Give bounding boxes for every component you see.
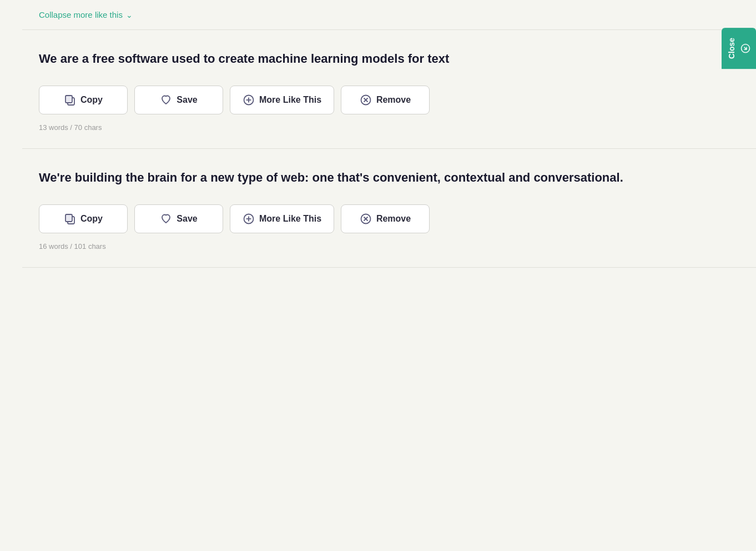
- copy-button-1[interactable]: Copy: [39, 86, 128, 114]
- heart-icon: [160, 94, 172, 106]
- more-like-this-label-1: More Like This: [259, 95, 321, 105]
- remove-label-2: Remove: [376, 214, 411, 224]
- close-tab-label: Close: [727, 38, 736, 59]
- plus-circle-icon-2: [243, 213, 255, 225]
- result-card-1: We are a free software used to create ma…: [22, 30, 756, 149]
- result-text-2: We're building the brain for a new type …: [39, 169, 677, 187]
- copy-icon-2: [64, 213, 76, 225]
- svg-rect-1: [65, 96, 72, 103]
- remove-label-1: Remove: [376, 95, 411, 105]
- remove-button-2[interactable]: Remove: [341, 204, 430, 233]
- svg-rect-9: [65, 214, 72, 222]
- word-count-2: 16 words / 101 chars: [39, 242, 739, 251]
- action-buttons-2: Copy Save More Like This: [39, 204, 739, 233]
- close-tab-inner: Close: [727, 38, 750, 59]
- main-content: Collapse more like this ⌄ We are a free …: [22, 0, 756, 268]
- heart-icon-2: [160, 213, 172, 225]
- more-like-this-button-2[interactable]: More Like This: [230, 204, 334, 233]
- copy-label-2: Copy: [80, 214, 103, 224]
- word-count-1: 13 words / 70 chars: [39, 123, 739, 132]
- link-icon: [740, 43, 750, 53]
- copy-button-2[interactable]: Copy: [39, 204, 128, 233]
- x-circle-icon: [360, 94, 372, 106]
- save-label-1: Save: [177, 95, 197, 105]
- result-text-1: We are a free software used to create ma…: [39, 50, 677, 68]
- result-card-2: We're building the brain for a new type …: [22, 149, 756, 268]
- collapse-label: Collapse more like this: [39, 10, 123, 19]
- save-button-2[interactable]: Save: [134, 204, 223, 233]
- remove-button-1[interactable]: Remove: [341, 86, 430, 114]
- save-label-2: Save: [177, 214, 197, 224]
- more-like-this-label-2: More Like This: [259, 214, 321, 224]
- copy-icon: [64, 94, 76, 106]
- chevron-down-icon: ⌄: [126, 11, 133, 19]
- copy-label-1: Copy: [80, 95, 103, 105]
- plus-circle-icon: [243, 94, 255, 106]
- collapse-header: Collapse more like this ⌄: [22, 0, 756, 30]
- save-button-1[interactable]: Save: [134, 86, 223, 114]
- close-tab-button[interactable]: Close: [722, 28, 756, 69]
- collapse-button[interactable]: Collapse more like this ⌄: [39, 10, 133, 19]
- action-buttons-1: Copy Save More Like This: [39, 86, 739, 114]
- x-circle-icon-2: [360, 213, 372, 225]
- more-like-this-button-1[interactable]: More Like This: [230, 86, 334, 114]
